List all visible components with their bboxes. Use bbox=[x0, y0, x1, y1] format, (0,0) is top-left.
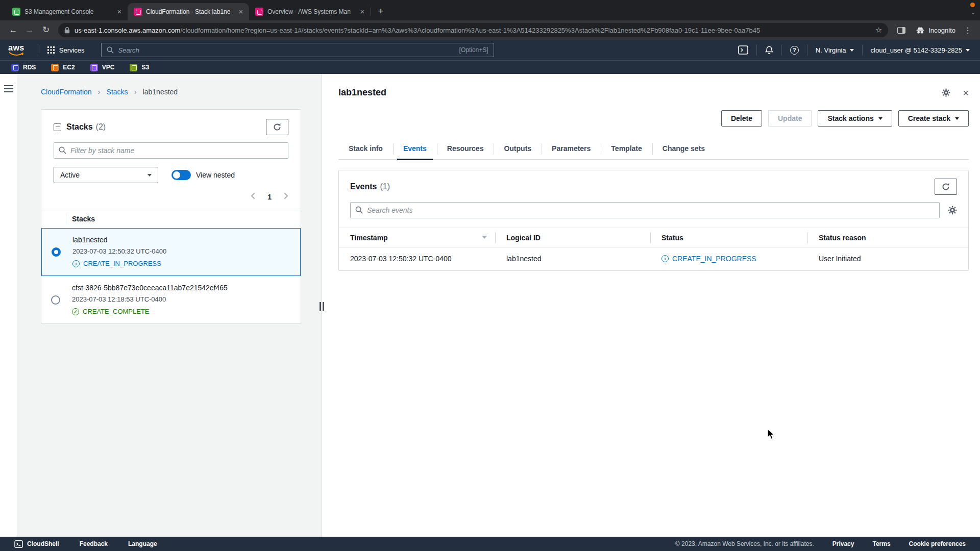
cookie-preferences-link[interactable]: Cookie preferences bbox=[909, 540, 966, 547]
cloudformation-favicon bbox=[134, 8, 142, 16]
favorite-ec2[interactable]: EC2 bbox=[51, 64, 75, 71]
stack-name[interactable]: cfst-3826-5bb87e73e0ceeaca11ab7e21542ef4… bbox=[72, 284, 292, 292]
tab-outputs[interactable]: Outputs bbox=[494, 140, 542, 159]
services-label: Services bbox=[59, 46, 85, 54]
check-circle-icon: ✓ bbox=[72, 308, 79, 315]
language-button[interactable]: Language bbox=[128, 540, 157, 547]
view-nested-toggle[interactable] bbox=[172, 170, 191, 180]
events-preferences-gear-icon[interactable] bbox=[948, 206, 957, 215]
close-tab-icon[interactable]: × bbox=[358, 8, 366, 16]
stack-list-item-cfst[interactable]: cfst-3826-5bb87e73e0ceeaca11ab7e21542ef4… bbox=[41, 276, 301, 323]
feedback-button[interactable]: Feedback bbox=[80, 540, 108, 547]
stack-list-item-lab1nested[interactable]: lab1nested 2023-07-03 12:50:32 UTC-0400 … bbox=[41, 228, 301, 276]
resize-handle-icon[interactable] bbox=[320, 302, 324, 311]
stack-actions-button[interactable]: Stack actions bbox=[818, 110, 892, 127]
events-header: Events (1) bbox=[339, 170, 968, 195]
incognito-icon bbox=[916, 27, 925, 34]
aws-search-input[interactable] bbox=[118, 46, 455, 54]
tab-stack-info[interactable]: Stack info bbox=[338, 140, 393, 159]
previous-page-icon[interactable] bbox=[251, 192, 255, 202]
view-nested-label: View nested bbox=[196, 171, 235, 179]
account-menu[interactable]: cloud_user @ 5142-3329-2825 bbox=[869, 46, 972, 54]
column-header-status[interactable]: Status bbox=[650, 228, 807, 248]
hamburger-menu-icon[interactable] bbox=[4, 85, 13, 92]
search-icon bbox=[355, 206, 363, 214]
refresh-stacks-button[interactable] bbox=[266, 119, 288, 135]
stack-status: i CREATE_IN_PROGRESS bbox=[72, 260, 292, 267]
side-panel-icon[interactable] bbox=[897, 27, 905, 34]
radio-selected-icon[interactable] bbox=[52, 247, 61, 257]
stack-status-select[interactable]: Active bbox=[54, 167, 158, 183]
tab-resources[interactable]: Resources bbox=[437, 140, 494, 159]
next-page-icon[interactable] bbox=[284, 192, 288, 202]
close-panel-icon[interactable]: × bbox=[963, 88, 969, 97]
panel-resize-divider[interactable] bbox=[322, 74, 323, 537]
back-icon[interactable]: ← bbox=[6, 23, 20, 37]
privacy-link[interactable]: Privacy bbox=[832, 540, 854, 547]
rds-icon bbox=[11, 64, 19, 71]
cloudshell-icon[interactable] bbox=[736, 45, 750, 55]
aws-logo[interactable]: aws bbox=[8, 44, 24, 56]
url-host: us-east-1.console.aws.amazon.com bbox=[75, 27, 180, 34]
breadcrumb-cloudformation[interactable]: CloudFormation bbox=[41, 88, 92, 96]
browser-menu-icon[interactable]: ⋮ bbox=[962, 26, 974, 35]
stacks-side-panel: CloudFormation › Stacks › lab1nested Sta… bbox=[17, 74, 322, 537]
tab-parameters[interactable]: Parameters bbox=[542, 140, 601, 159]
refresh-icon bbox=[942, 183, 950, 191]
events-table: Timestamp Logical ID Status Status reaso… bbox=[339, 228, 968, 270]
column-header-logical-id[interactable]: Logical ID bbox=[495, 228, 650, 248]
browser-url-bar: ← → ↻ us-east-1.console.aws.amazon.com/c… bbox=[0, 20, 980, 40]
forward-icon[interactable]: → bbox=[22, 23, 37, 37]
update-button[interactable]: Update bbox=[768, 110, 812, 127]
collapse-panel-icon[interactable] bbox=[54, 123, 61, 131]
console-body: CloudFormation › Stacks › lab1nested Sta… bbox=[0, 74, 980, 537]
reload-icon[interactable]: ↻ bbox=[39, 23, 53, 37]
cloudshell-footer-button[interactable]: CloudShell bbox=[14, 540, 59, 548]
help-icon[interactable]: ? bbox=[788, 46, 801, 55]
info-icon: i bbox=[72, 260, 80, 267]
breadcrumb-stacks[interactable]: Stacks bbox=[107, 88, 128, 96]
chevron-down-icon bbox=[966, 49, 970, 52]
stack-detail-header: lab1nested × bbox=[338, 74, 969, 98]
stack-filter-input[interactable] bbox=[54, 142, 288, 159]
services-menu[interactable]: Services bbox=[44, 46, 88, 54]
close-tab-icon[interactable]: × bbox=[237, 8, 245, 16]
address-bar[interactable]: us-east-1.console.aws.amazon.com/cloudfo… bbox=[58, 23, 888, 37]
events-search-row bbox=[339, 195, 968, 228]
stacks-count: (2) bbox=[96, 122, 106, 132]
events-search-input[interactable] bbox=[350, 202, 940, 218]
stack-name[interactable]: lab1nested bbox=[72, 236, 292, 244]
favorite-rds[interactable]: RDS bbox=[11, 64, 36, 71]
browser-tab-cloudformation[interactable]: CloudFormation - Stack lab1ne × bbox=[128, 3, 249, 20]
page-number[interactable]: 1 bbox=[267, 193, 272, 201]
incognito-badge: Incognito bbox=[916, 27, 955, 34]
favorite-vpc[interactable]: VPC bbox=[90, 64, 115, 71]
stack-action-buttons: Delete Update Stack actions Create stack bbox=[338, 110, 969, 127]
terms-link[interactable]: Terms bbox=[872, 540, 890, 547]
create-stack-button[interactable]: Create stack bbox=[898, 110, 969, 127]
divider bbox=[781, 44, 782, 56]
notifications-bell-icon[interactable] bbox=[763, 46, 775, 55]
column-header-status-reason[interactable]: Status reason bbox=[807, 228, 968, 248]
tab-search-icon[interactable]: ⌄ bbox=[971, 9, 975, 16]
column-header-timestamp[interactable]: Timestamp bbox=[339, 228, 495, 248]
aws-search-box[interactable]: [Option+S] bbox=[101, 43, 494, 57]
close-tab-icon[interactable]: × bbox=[115, 8, 124, 16]
bookmark-star-icon[interactable]: ☆ bbox=[870, 26, 882, 35]
browser-tab-systems-manager[interactable]: Overview - AWS Systems Man × bbox=[249, 3, 371, 20]
nav-right-group: ? N. Virginia cloud_user @ 5142-3329-282… bbox=[736, 44, 972, 56]
region-selector[interactable]: N. Virginia bbox=[814, 46, 856, 54]
refresh-events-button[interactable] bbox=[935, 179, 957, 195]
favorite-s3[interactable]: S3 bbox=[130, 64, 149, 71]
delete-button[interactable]: Delete bbox=[721, 110, 762, 127]
new-tab-button[interactable]: + bbox=[374, 5, 388, 19]
tab-template[interactable]: Template bbox=[601, 140, 652, 159]
settings-gear-icon[interactable] bbox=[942, 88, 950, 97]
radio-unselected-icon[interactable] bbox=[51, 295, 60, 305]
toggle-knob bbox=[173, 171, 180, 179]
view-nested-control: View nested bbox=[172, 170, 235, 180]
tab-events[interactable]: Events bbox=[393, 140, 437, 159]
tab-change-sets[interactable]: Change sets bbox=[652, 140, 715, 159]
systems-manager-favicon bbox=[255, 8, 263, 16]
browser-tab-s3[interactable]: S3 Management Console × bbox=[6, 3, 128, 20]
